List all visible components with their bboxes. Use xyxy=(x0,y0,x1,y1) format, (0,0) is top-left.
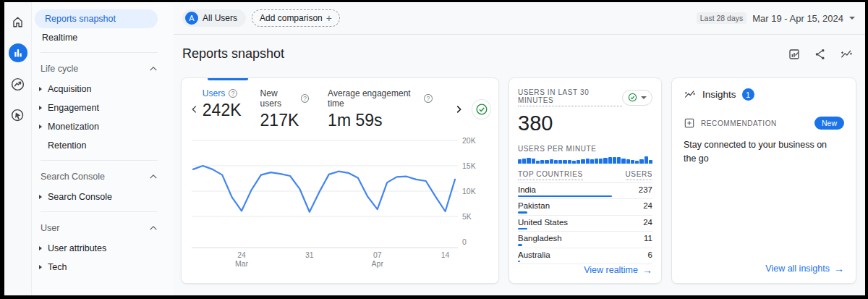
caret-right-icon xyxy=(39,246,42,250)
sidebar-item-label: Acquisition xyxy=(48,84,91,94)
home-icon[interactable] xyxy=(9,12,27,31)
section-label: Life cycle xyxy=(41,64,78,74)
sidebar-item-realtime[interactable]: Realtime xyxy=(32,28,174,47)
chevron-up-icon xyxy=(149,174,158,180)
sidebar-item-label: Retention xyxy=(48,140,87,151)
top-countries-table: India237Pakistan24United States24Banglad… xyxy=(518,183,652,265)
insights-title: Insights xyxy=(702,89,736,100)
svg-text:Apr: Apr xyxy=(372,259,384,268)
customize-report-icon[interactable] xyxy=(788,48,801,61)
chevron-right-icon[interactable] xyxy=(451,104,467,114)
help-icon[interactable]: ? xyxy=(424,94,432,103)
metric-tab-new-users[interactable]: New users?217K xyxy=(260,88,310,130)
help-icon[interactable]: ? xyxy=(301,94,309,103)
minute-bar xyxy=(595,159,598,164)
sidebar-section-search-console[interactable]: Search Console xyxy=(32,166,174,188)
minute-bar xyxy=(576,160,580,164)
minute-bar xyxy=(527,158,530,163)
svg-text:5K: 5K xyxy=(462,212,472,221)
sidebar-divider xyxy=(41,52,158,53)
minute-bar xyxy=(608,157,612,163)
header-actions xyxy=(788,48,854,61)
sidebar-item-label: User attributes xyxy=(48,243,106,253)
country-row: Pakistan24 xyxy=(518,199,652,216)
sidebar-item-search-console[interactable]: Search Console xyxy=(32,188,174,206)
add-comparison-button[interactable]: Add comparison + xyxy=(252,9,340,27)
share-icon[interactable] xyxy=(814,48,827,61)
sidebar-item-user-attributes[interactable]: User attributes xyxy=(32,239,174,258)
minute-bar xyxy=(532,159,535,164)
sidebar-item-retention[interactable]: Retention xyxy=(32,136,174,155)
minute-bar xyxy=(558,160,562,164)
sidebar-divider xyxy=(41,160,158,161)
users-per-minute-chart xyxy=(518,156,652,164)
country-row: Bangladesh11 xyxy=(518,232,652,248)
all-users-label: All Users xyxy=(203,13,237,23)
minute-bar xyxy=(536,161,540,164)
chevron-left-icon[interactable] xyxy=(187,104,203,114)
chevron-down-icon xyxy=(641,96,647,99)
sidebar-section-life-cycle[interactable]: Life cycle xyxy=(32,58,174,80)
all-users-chip[interactable]: A All Users xyxy=(182,9,246,27)
sidebar-item-tech[interactable]: Tech xyxy=(32,258,174,277)
country-name: India xyxy=(518,185,536,194)
data-quality-icon[interactable] xyxy=(472,99,491,119)
reports-icon[interactable] xyxy=(9,43,27,62)
svg-text:14: 14 xyxy=(441,250,450,259)
recommendation-label: RECOMMENDATION xyxy=(701,119,777,127)
main-area: A All Users Add comparison + Last 28 day… xyxy=(174,2,865,295)
metric-tab-average-engagement-time[interactable]: Average engagement time?1m 59s xyxy=(328,88,432,130)
sidebar-item-monetization[interactable]: Monetization xyxy=(32,117,174,136)
help-icon[interactable]: ? xyxy=(229,89,237,98)
realtime-card: USERS IN LAST 30 MINUTES 380 USERS PER M… xyxy=(509,77,662,284)
minute-bar xyxy=(639,159,643,163)
realtime-status-button[interactable] xyxy=(622,90,652,106)
metric-tab-users[interactable]: Users?242K xyxy=(203,88,242,130)
svg-text:Mar: Mar xyxy=(235,259,249,268)
caret-right-icon xyxy=(39,87,42,91)
arrow-right-icon: → xyxy=(834,263,844,274)
country-row: Australia6 xyxy=(518,248,652,265)
caret-right-icon xyxy=(39,106,42,110)
svg-text:10K: 10K xyxy=(462,187,476,195)
metric-value: 242K xyxy=(203,101,242,120)
date-preset-badge: Last 28 days xyxy=(697,12,747,24)
caret-right-icon xyxy=(39,265,42,269)
left-icon-rail xyxy=(4,2,32,295)
report-nav-sidebar: Reports snapshotRealtimeLife cycleAcquis… xyxy=(32,2,174,295)
view-all-insights-label: View all insights xyxy=(765,264,830,274)
insight-message[interactable]: Stay connected to your business on the g… xyxy=(684,138,839,167)
users-per-minute-label: USERS PER MINUTE xyxy=(518,145,652,153)
sidebar-item-engagement[interactable]: Engagement xyxy=(32,98,174,117)
minute-bar xyxy=(613,157,616,164)
minute-bar xyxy=(554,160,558,164)
date-range-picker[interactable]: Last 28 days Mar 19 - Apr 15, 2024 xyxy=(697,12,855,24)
minute-bar xyxy=(586,159,590,163)
sidebar-item-acquisition[interactable]: Acquisition xyxy=(32,80,174,98)
insights-icon[interactable] xyxy=(840,48,854,61)
view-realtime-link[interactable]: View realtime → xyxy=(518,264,652,276)
minute-bar xyxy=(581,159,584,164)
country-users: 24 xyxy=(643,201,652,210)
view-realtime-label: View realtime xyxy=(584,265,638,275)
sidebar-item-reports-snapshot[interactable]: Reports snapshot xyxy=(35,9,158,28)
sidebar-section-user[interactable]: User xyxy=(32,217,174,239)
metric-value: 1m 59s xyxy=(328,111,432,130)
country-users: 6 xyxy=(648,250,652,259)
advertising-icon[interactable] xyxy=(9,106,27,125)
metric-tabs: Users?242KNew users?217KAverage engageme… xyxy=(203,88,451,130)
svg-text:0: 0 xyxy=(462,237,467,246)
comparison-bar: A All Users Add comparison + Last 28 day… xyxy=(174,2,865,35)
add-comparison-label: Add comparison xyxy=(260,13,323,23)
sidebar-item-label: Search Console xyxy=(48,192,112,202)
view-all-insights-link[interactable]: View all insights → xyxy=(684,263,844,274)
country-users: 11 xyxy=(644,234,652,243)
sparkle-trend-icon xyxy=(684,88,697,101)
country-name: Bangladesh xyxy=(518,234,562,243)
country-name: Australia xyxy=(518,250,550,259)
page-header: Reports snapshot xyxy=(174,35,865,62)
explore-icon[interactable] xyxy=(9,75,27,93)
minute-bar xyxy=(644,156,648,163)
metric-label: New users xyxy=(260,88,297,109)
minute-bar xyxy=(617,157,621,163)
